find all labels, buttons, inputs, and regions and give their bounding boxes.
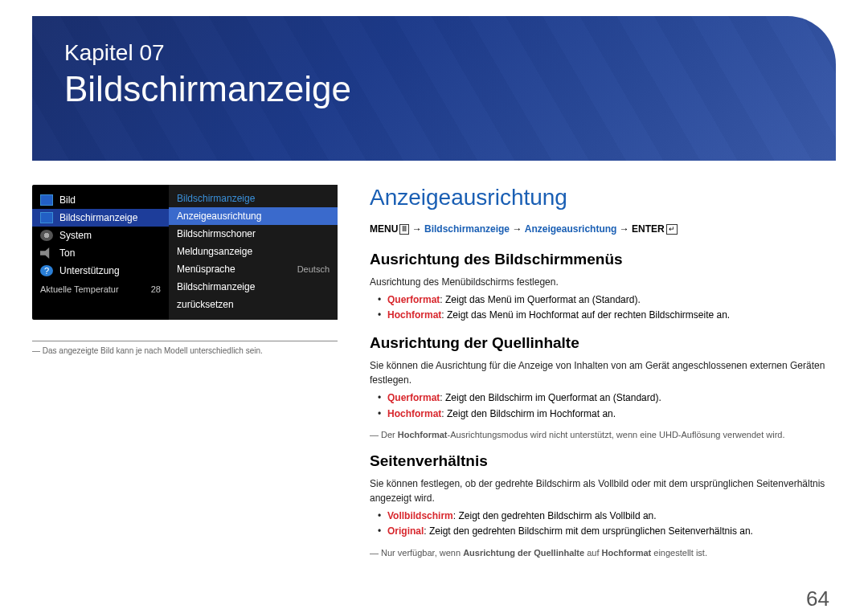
sub-heading-3: Seitenverhältnis — [370, 452, 836, 470]
sub-heading-1: Ausrichtung des Bildschirmmenüs — [370, 251, 836, 268]
s3-bullet-1: Vollbildschirm: Zeigt den gedrehten Bild… — [370, 509, 836, 524]
s1-bullet-2: Hochformat: Zeigt das Menü im Hochformat… — [370, 308, 836, 323]
display-icon — [40, 212, 53, 223]
s1-bullet-1: Querformat: Zeigt das Menü im Querformat… — [370, 292, 836, 308]
s2-intro: Sie können die Ausrichtung für die Anzei… — [370, 358, 836, 387]
chapter-title: Bildschirmanzeige — [64, 69, 804, 109]
submenu-menuesprache: MenüspracheDeutsch — [169, 260, 338, 278]
temperature-row: Aktuelle Temperatur28 — [32, 280, 169, 296]
submenu-bildschirmschoner: Bildschirmschoner — [169, 225, 338, 243]
chapter-label: Kapitel 07 — [64, 40, 804, 66]
s3-intro: Sie können festlegen, ob der gedrehte Bi… — [370, 476, 836, 505]
caption-separator — [32, 341, 338, 341]
menu-item-bildschirmanzeige: Bildschirmanzeige — [32, 209, 169, 227]
s1-list: Querformat: Zeigt das Menü im Querformat… — [370, 292, 836, 323]
submenu-bildschirmanzeige: Bildschirmanzeige — [169, 278, 338, 296]
speaker-icon — [40, 247, 53, 259]
gear-icon — [40, 230, 53, 241]
picture-icon — [40, 194, 53, 206]
submenu-zuruecksetzen: zurücksetzen — [169, 296, 338, 313]
menu-screenshot: Bild Bildschirmanzeige System Ton Unters… — [32, 185, 338, 320]
menu-item-bild: Bild — [32, 191, 169, 209]
s1-intro: Ausrichtung des Menübildschirms festlege… — [370, 275, 836, 289]
chapter-banner: Kapitel 07 Bildschirmanzeige — [32, 16, 836, 161]
s3-bullet-2: Original: Zeigt den gedrehten Bildschirm… — [370, 524, 836, 539]
page-number: 64 — [806, 586, 829, 611]
s2-bullet-1: Querformat: Zeigt den Bildschirm im Quer… — [370, 390, 836, 406]
s2-note: Der Hochformat-Ausrichtungsmodus wird ni… — [370, 428, 836, 442]
menu-item-system: System — [32, 227, 169, 244]
s3-note: Nur verfügbar, wenn Ausrichtung der Quel… — [370, 546, 836, 560]
submenu-header: Bildschirmanzeige — [169, 190, 338, 207]
sub-heading-2: Ausrichtung der Quellinhalte — [370, 334, 836, 352]
image-caption: ― Das angezeigte Bild kann je nach Model… — [32, 346, 338, 355]
submenu-meldungsanzeige: Meldungsanzeige — [169, 243, 338, 260]
section-heading: Anzeigeausrichtung — [370, 185, 836, 210]
menu-key-icon: Ⅲ — [399, 224, 409, 235]
s2-bullet-2: Hochformat: Zeigt den Bildschirm im Hoch… — [370, 407, 836, 422]
menu-left-pane: Bild Bildschirmanzeige System Ton Unters… — [32, 185, 169, 320]
menu-item-ton: Ton — [32, 244, 169, 262]
menu-right-pane: Bildschirmanzeige Anzeigeausrichtung Bil… — [169, 185, 338, 320]
enter-key-icon: ↵ — [666, 224, 678, 235]
help-icon — [40, 265, 53, 276]
s3-list: Vollbildschirm: Zeigt den gedrehten Bild… — [370, 509, 836, 539]
menu-path: MENUⅢ → Bildschirmanzeige → Anzeigeausri… — [370, 223, 836, 235]
menu-item-unterstuetzung: Unterstützung — [32, 262, 169, 280]
s2-list: Querformat: Zeigt den Bildschirm im Quer… — [370, 390, 836, 421]
submenu-anzeigeausrichtung: Anzeigeausrichtung — [169, 207, 338, 225]
